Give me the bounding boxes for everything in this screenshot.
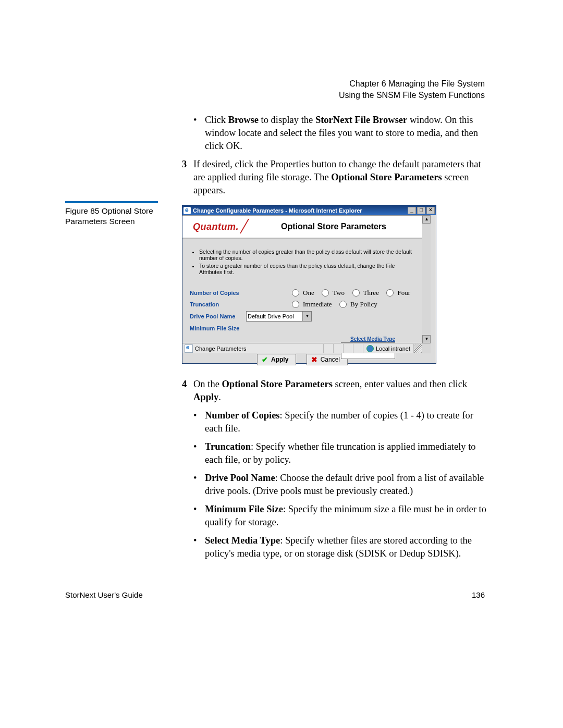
bullet-browse: Click Browse to display the StorNext Fil… <box>205 114 487 153</box>
radio-three[interactable] <box>352 289 360 297</box>
bullet-truncation: Truncation: Specify whether file truncat… <box>205 440 487 466</box>
bullet-icon: • <box>193 114 205 153</box>
radio-immediate[interactable] <box>292 301 299 308</box>
banner-title: Optional Store Parameters <box>251 222 416 231</box>
page-header: Chapter 6 Managing the File System Using… <box>339 78 485 101</box>
note-1: Selecting the number of copies greater t… <box>199 249 413 261</box>
figure-caption: Figure 85 Optional Store Parameters Scre… <box>65 206 164 227</box>
bullet-min-size: Minimum File Size: Specify the minimum s… <box>205 503 487 529</box>
radio-one[interactable] <box>292 289 299 297</box>
status-text: Change Parameters <box>195 346 246 352</box>
label-min-size: Minimum File Size <box>190 325 246 331</box>
status-cell <box>343 344 353 353</box>
page: Chapter 6 Managing the File System Using… <box>0 0 563 728</box>
status-bar: Change Parameters Local intranet <box>182 343 422 353</box>
status-cell <box>323 344 333 353</box>
chapter-line: Chapter 6 Managing the File System <box>339 78 485 90</box>
figure-rule <box>65 201 158 203</box>
x-icon: ✖ <box>311 355 317 364</box>
truncation-radios: Immediate By Policy <box>292 300 377 309</box>
note-2: To store a greater number of copies than… <box>199 263 413 275</box>
status-ie-icon <box>185 344 193 353</box>
body-column-bottom: 4 On the Optional Store Parameters scree… <box>182 378 487 565</box>
screenshot-window: Change Configurable Parameters - Microso… <box>182 205 436 364</box>
window-title: Change Configurable Parameters - Microso… <box>193 207 362 214</box>
close-button[interactable]: × <box>426 207 435 214</box>
bullet-drive-pool: Drive Pool Name: Choose the default driv… <box>205 472 487 498</box>
copies-radios: One Two Three Four <box>292 289 410 297</box>
apply-button[interactable]: ✔ Apply <box>257 354 296 365</box>
resize-grip-icon[interactable] <box>413 344 422 353</box>
notes-list: Selecting the number of copies greater t… <box>182 244 422 279</box>
status-cell <box>333 344 343 353</box>
label-copies: Number of Copies <box>190 290 246 296</box>
status-cell <box>353 344 363 353</box>
radio-four[interactable] <box>386 289 394 297</box>
step-4-text: On the Optional Store Parameters screen,… <box>193 378 487 404</box>
step-3-number: 3 <box>182 158 193 197</box>
label-truncation: Truncation <box>190 301 246 307</box>
body-column-top: • Click Browse to display the StorNext F… <box>182 114 487 202</box>
banner: Quantum. Optional Store Parameters <box>182 216 422 239</box>
select-media-type-label: Select Media Type <box>350 336 395 342</box>
bullet-select-media-type: Select Media Type: Specify whether files… <box>205 534 487 560</box>
minimize-button[interactable]: _ <box>408 207 416 214</box>
footer-title: StorNext User's Guide <box>65 590 143 599</box>
security-zone: Local intranet <box>363 344 413 353</box>
step-4-number: 4 <box>182 378 193 404</box>
globe-icon <box>366 345 374 352</box>
radio-bypolicy[interactable] <box>339 301 347 308</box>
section-line: Using the SNSM File System Functions <box>339 90 485 101</box>
radio-two[interactable] <box>322 289 329 297</box>
window-titlebar[interactable]: Change Configurable Parameters - Microso… <box>182 205 436 215</box>
label-drive-pool: Drive Pool Name <box>190 313 246 319</box>
check-icon: ✔ <box>262 355 268 364</box>
drive-pool-value: Default Drive Pool <box>248 313 294 319</box>
maximize-button[interactable]: □ <box>417 207 425 214</box>
brand-slash-icon <box>242 220 251 233</box>
scroll-down-button[interactable]: ▾ <box>422 335 431 343</box>
scroll-up-button[interactable]: ▴ <box>422 215 431 224</box>
brand-logo: Quantum. <box>193 221 239 232</box>
step-3-text: If desired, click the Properties button … <box>193 158 487 197</box>
page-number: 136 <box>472 590 485 599</box>
ie-icon <box>183 207 191 214</box>
client-area: ▴ ▾ Quantum. Optional Store Parameters S… <box>182 215 431 353</box>
drive-pool-select[interactable]: Default Drive Pool <box>246 311 312 322</box>
bullet-number-copies: Number of Copies: Specify the number of … <box>205 409 487 435</box>
